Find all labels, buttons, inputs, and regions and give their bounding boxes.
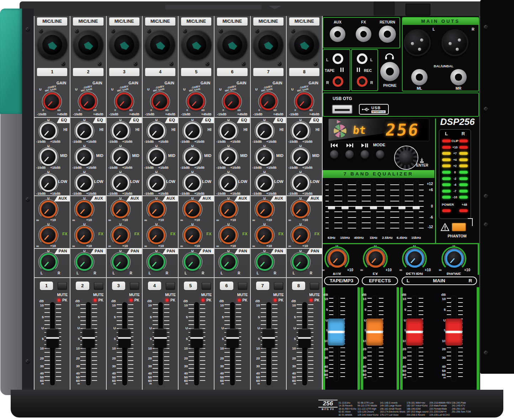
fx-send-knob[interactable] [148,226,165,244]
previous-button[interactable] [329,149,339,159]
fx-send-knob[interactable] [219,226,237,244]
pan-knob[interactable] [75,253,93,271]
fx-send-knob[interactable] [256,226,274,244]
fader-cap[interactable] [262,329,275,348]
aux-master-knob[interactable] [328,249,346,268]
eq-hi-knob[interactable] [112,122,129,140]
mute-button[interactable] [94,282,103,290]
mute-button[interactable] [310,282,319,290]
eq-mid-knob[interactable] [39,148,57,166]
eq-hi-knob[interactable] [219,122,237,140]
pan-knob[interactable] [256,253,274,271]
aux-send-knob[interactable] [219,200,237,218]
channel-fader[interactable] [302,302,307,385]
main-l-fader-cap[interactable] [406,319,423,346]
eq-hi-knob[interactable] [39,122,57,140]
pan-knob[interactable] [292,253,309,271]
fx-send-knob[interactable] [112,226,129,244]
channel-fader[interactable] [50,302,55,385]
effects-fader[interactable] [372,296,377,381]
gain-knob[interactable] [223,93,241,110]
channel-fader[interactable] [122,302,127,385]
eq-band-slider-2.5kHz[interactable] [385,181,390,232]
gain-knob[interactable] [79,93,97,110]
channel-fader[interactable] [230,302,235,385]
eq-low-knob[interactable] [292,174,309,192]
eq-low-knob[interactable] [219,174,237,192]
fx-send-knob[interactable] [75,226,93,244]
play-pause-button[interactable] [360,149,370,159]
eq-mid-knob[interactable] [256,148,274,166]
gain-knob[interactable] [43,93,61,110]
eq-low-knob[interactable] [112,174,129,192]
eq-hi-knob[interactable] [292,122,309,140]
fader-cap[interactable] [46,329,59,348]
mute-button[interactable] [166,282,175,290]
eq-band-slider-1kHz[interactable] [371,181,376,232]
fx-send-knob[interactable] [184,226,201,244]
fader-cap[interactable] [190,329,203,348]
pan-knob[interactable] [112,253,129,271]
fader-cap[interactable] [154,329,167,348]
eq-low-knob[interactable] [148,174,165,192]
pan-knob[interactable] [39,253,57,271]
main-l-fader[interactable] [412,296,417,381]
pan-knob[interactable] [148,253,165,271]
aux-send-knob[interactable] [75,200,93,218]
eq-band-slider-150Hz[interactable] [343,181,348,232]
eq-mid-knob[interactable] [219,148,237,166]
tape-mp3-fader[interactable] [334,296,338,381]
aux-send-knob[interactable] [292,200,309,218]
aux-send-knob[interactable] [184,200,201,218]
aux-send-knob[interactable] [256,200,274,218]
gain-knob[interactable] [295,93,313,110]
fx-master-knob[interactable] [366,249,385,268]
channel-fader[interactable] [158,302,163,385]
mute-button[interactable] [130,282,139,290]
fader-cap[interactable] [226,329,239,348]
aux-send-knob[interactable] [39,200,57,218]
eq-mid-knob[interactable] [112,148,129,166]
eq-hi-knob[interactable] [75,122,93,140]
channel-fader[interactable] [86,302,91,385]
eq-low-knob[interactable] [75,174,93,192]
eq-mid-knob[interactable] [148,148,165,166]
eq-low-knob[interactable] [39,174,57,192]
eq-mid-knob[interactable] [184,148,201,166]
gain-knob[interactable] [187,93,205,110]
fader-cap[interactable] [298,329,311,348]
mute-button[interactable] [238,282,247,290]
eq-band-slider-15kHz[interactable] [414,181,419,232]
channel-fader[interactable] [266,302,271,385]
mode-button[interactable] [375,149,385,159]
eq-mid-knob[interactable] [75,148,93,166]
eq-band-slider-400Hz[interactable] [356,181,361,232]
fx-send-knob[interactable] [292,226,309,244]
mute-button[interactable] [202,282,211,290]
eq-mid-knob[interactable] [292,148,309,166]
pan-knob[interactable] [219,253,237,271]
phantom-switch[interactable] [451,222,466,232]
main-r-fader[interactable] [451,296,456,381]
power-switch[interactable] [373,1,395,16]
channel-fader[interactable] [194,302,199,385]
main-r-fader-cap[interactable] [445,319,462,346]
effects-fader-cap[interactable] [366,319,383,346]
next-button[interactable] [345,149,354,159]
eq-low-knob[interactable] [256,174,274,192]
aux-send-knob[interactable] [112,200,129,218]
fader-cap[interactable] [82,329,95,348]
mute-button[interactable] [274,282,283,290]
eq-band-slider-6.4kHz[interactable] [399,181,404,232]
eq-hi-knob[interactable] [256,122,274,140]
aux-send-knob[interactable] [148,200,165,218]
fader-cap[interactable] [118,329,131,348]
phone-master-knob[interactable] [445,249,463,268]
gain-knob[interactable] [151,93,169,110]
eq-hi-knob[interactable] [148,122,165,140]
mute-button[interactable] [58,282,67,290]
eq-low-knob[interactable] [184,174,201,192]
tape-mp3-fader-cap[interactable] [328,319,345,346]
pan-knob[interactable] [184,253,201,271]
eq-band-slider-63Hz[interactable] [329,181,334,232]
